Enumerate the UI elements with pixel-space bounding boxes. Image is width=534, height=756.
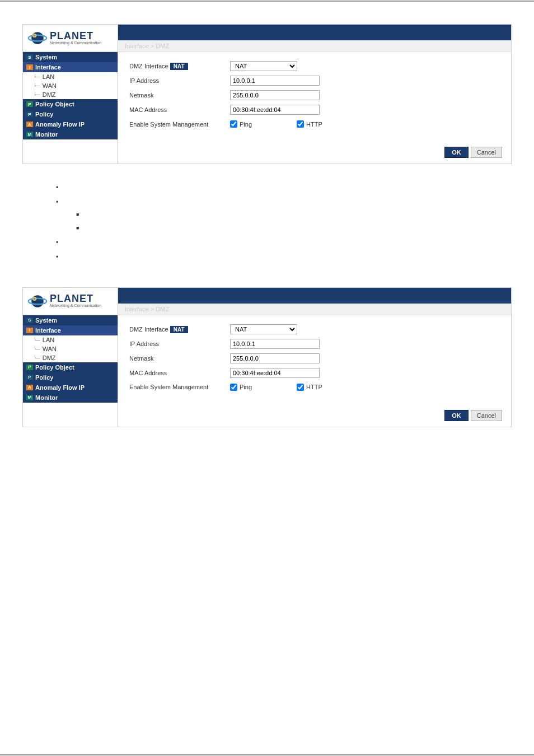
sidebar-item-policy-2[interactable]: P Policy — [23, 372, 118, 382]
sidebar-item-label-lan-1: LAN — [43, 73, 54, 80]
sidebar-item-monitor-1[interactable]: M Monitor — [23, 129, 118, 139]
sidebar-item-label-anomaly-2: Anomaly Flow IP — [35, 384, 85, 391]
dmz-arrow-2: └─ — [33, 355, 40, 361]
dmz-select-wrapper-1: NAT — [230, 61, 297, 71]
planet-name-1: PLANET — [50, 31, 101, 41]
sidebar-item-interface-1[interactable]: I Interface — [23, 62, 118, 72]
sidebar-item-dmz-2[interactable]: └─ DMZ — [23, 353, 118, 362]
ping-checkbox-1[interactable] — [230, 120, 237, 128]
http-checkbox-1[interactable] — [297, 120, 304, 128]
sidebar-item-label-interface-2: Interface — [35, 327, 61, 334]
sidebar-item-system-2[interactable]: S System — [23, 315, 118, 325]
form-row-netmask-1: Netmask — [129, 90, 500, 100]
sidebar-item-label-policy-2: Policy — [35, 374, 53, 381]
sidebar-item-label-dmz-1: DMZ — [43, 91, 56, 98]
form-label-netmask-2: Netmask — [129, 355, 230, 362]
ui-panel-2: PLANET Networking & Communication S Syst… — [22, 287, 512, 427]
sidebar-item-policy-obj-2[interactable]: P Policy Object — [23, 362, 118, 372]
sidebar-item-interface-2[interactable]: I Interface — [23, 325, 118, 335]
netmask-input-1[interactable] — [230, 90, 320, 100]
sub-bullet-2 — [76, 222, 512, 235]
mac-address-input-1[interactable] — [230, 105, 320, 115]
nav-section-2: S System I Interface └─ LAN └─ WAN — [23, 315, 118, 403]
dmz-nat-badge-2: NAT — [170, 326, 188, 333]
planet-logo-2: PLANET Networking & Communication — [27, 293, 113, 309]
http-checkbox-label-2[interactable]: HTTP — [297, 384, 322, 391]
ip-address-input-2[interactable] — [230, 339, 320, 349]
sidebar-item-label-interface-1: Interface — [35, 64, 61, 71]
main-panel-1: Interface > DMZ DMZ Interface NAT NAT — [118, 25, 511, 164]
dmz-interface-text-1: DMZ Interface — [129, 63, 168, 69]
middle-text-content — [22, 175, 512, 276]
cancel-button-1[interactable]: Cancel — [471, 147, 502, 158]
sidebar-item-dmz-1[interactable]: └─ DMZ — [23, 90, 118, 99]
netmask-input-2[interactable] — [230, 353, 320, 363]
http-checkbox-2[interactable] — [297, 384, 304, 391]
mac-address-input-2[interactable] — [230, 368, 320, 378]
sidebar-item-anomaly-1[interactable]: A Anomaly Flow IP — [23, 119, 118, 129]
system-icon-2: S — [26, 318, 33, 323]
planet-logo-svg-2 — [27, 293, 48, 309]
sidebar-item-lan-1[interactable]: └─ LAN — [23, 72, 118, 81]
main-panel-2: Interface > DMZ DMZ Interface NAT NAT — [118, 288, 511, 427]
monitor-icon-2: M — [26, 395, 33, 400]
form-row-mgmt-2: Enable System Management Ping HTTP — [129, 384, 500, 391]
ok-button-2[interactable]: OK — [444, 410, 469, 421]
sidebar-item-policy-obj-1[interactable]: P Policy Object — [23, 99, 118, 109]
form-label-dmz-1: DMZ Interface NAT — [129, 63, 230, 69]
sidebar-item-label-policy-obj-2: Policy Object — [35, 364, 74, 371]
button-row-2: OK Cancel — [118, 404, 511, 427]
form-row-mac-1: MAC Address — [129, 105, 500, 115]
dmz-nat-badge-1: NAT — [170, 63, 188, 70]
sidebar-item-wan-2[interactable]: └─ WAN — [23, 344, 118, 353]
form-row-mgmt-1: Enable System Management Ping HTTP — [129, 120, 500, 128]
dmz-interface-select-2[interactable]: NAT — [230, 324, 297, 334]
planet-tagline-2: Networking & Communication — [50, 304, 101, 308]
ping-checkbox-label-2[interactable]: Ping — [230, 384, 252, 391]
sidebar-item-lan-2[interactable]: └─ LAN — [23, 335, 118, 344]
form-row-netmask-2: Netmask — [129, 353, 500, 363]
http-label-1: HTTP — [306, 121, 322, 128]
breadcrumb-1: Interface > DMZ — [118, 40, 511, 52]
sidebar-item-label-policy-1: Policy — [35, 111, 53, 118]
dmz-interface-select-1[interactable]: NAT — [230, 61, 297, 71]
bullet-item-2 — [56, 195, 512, 236]
monitor-icon-1: M — [26, 132, 33, 137]
dmz-select-wrapper-2: NAT — [230, 324, 297, 334]
bullet-item-1 — [56, 181, 512, 195]
ping-checkbox-label-1[interactable]: Ping — [230, 120, 252, 128]
checkbox-group-2: Ping HTTP — [230, 384, 322, 391]
http-checkbox-label-1[interactable]: HTTP — [297, 120, 322, 128]
logo-area-2: PLANET Networking & Communication — [23, 288, 118, 315]
bullet-item-4 — [56, 250, 512, 265]
ip-address-input-1[interactable] — [230, 76, 320, 86]
bullet-list — [56, 181, 512, 265]
form-label-mac-2: MAC Address — [129, 370, 230, 376]
cancel-button-2[interactable]: Cancel — [471, 410, 502, 421]
ping-label-2: Ping — [240, 384, 252, 390]
sidebar-item-system-1[interactable]: S System — [23, 52, 118, 62]
sidebar-item-label-system-1: System — [35, 54, 57, 60]
policy-icon-2: P — [26, 375, 33, 380]
svg-point-7 — [34, 297, 36, 300]
button-row-1: OK Cancel — [118, 141, 511, 164]
planet-logo-1: PLANET Networking & Communication — [27, 30, 113, 46]
ok-button-1[interactable]: OK — [444, 147, 469, 158]
sidebar-item-label-dmz-2: DMZ — [43, 354, 56, 361]
wan-arrow-2: └─ — [33, 346, 40, 352]
planet-logo-svg — [27, 30, 48, 46]
planet-name-2: PLANET — [50, 293, 101, 304]
nav-section-1: S System I Interface └─ LAN └─ WAN — [23, 52, 118, 139]
breadcrumb-2: Interface > DMZ — [118, 304, 511, 315]
sidebar-item-anomaly-2[interactable]: A Anomaly Flow IP — [23, 382, 118, 393]
lan-arrow-2: └─ — [33, 337, 40, 343]
ping-checkbox-2[interactable] — [230, 384, 237, 391]
ui-panel-1: PLANET Networking & Communication S Syst… — [22, 24, 512, 164]
panel-header-1 — [118, 25, 511, 40]
interface-icon-2: I — [26, 328, 33, 333]
form-row-dmz-interface-2: DMZ Interface NAT NAT — [129, 324, 500, 334]
form-row-mac-2: MAC Address — [129, 368, 500, 378]
sidebar-item-monitor-2[interactable]: M Monitor — [23, 393, 118, 403]
sidebar-item-policy-1[interactable]: P Policy — [23, 109, 118, 119]
sidebar-item-wan-1[interactable]: └─ WAN — [23, 81, 118, 90]
